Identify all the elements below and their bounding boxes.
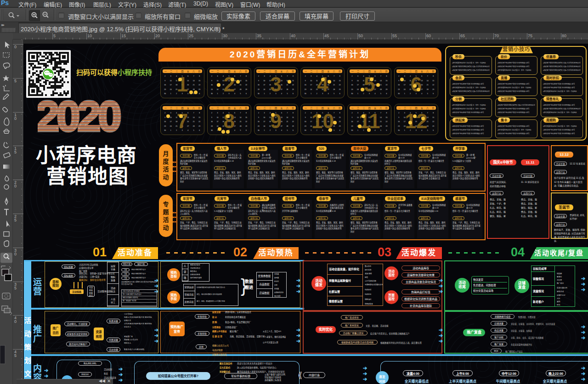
- svg-text:2020: 2020: [38, 99, 120, 136]
